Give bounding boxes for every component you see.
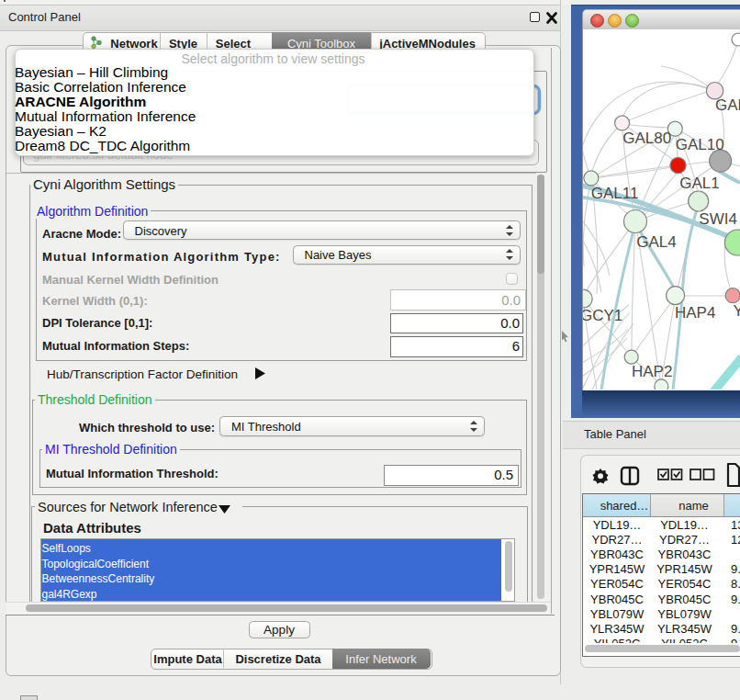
svg-text:GAL1: GAL1 bbox=[679, 175, 719, 192]
svg-text:Y: Y bbox=[734, 302, 740, 320]
svg-text:HAP4: HAP4 bbox=[675, 304, 715, 322]
svg-text:GCY1: GCY1 bbox=[583, 307, 622, 324]
svg-text:GAL: GAL bbox=[715, 96, 740, 114]
svg-text:GAL4: GAL4 bbox=[636, 233, 676, 251]
svg-text:SWI4: SWI4 bbox=[699, 210, 737, 228]
svg-text:HAP2: HAP2 bbox=[632, 363, 672, 380]
svg-text:GAL10: GAL10 bbox=[676, 136, 724, 153]
svg-text:GAL11: GAL11 bbox=[591, 185, 639, 202]
svg-text:GAL80: GAL80 bbox=[622, 130, 671, 147]
